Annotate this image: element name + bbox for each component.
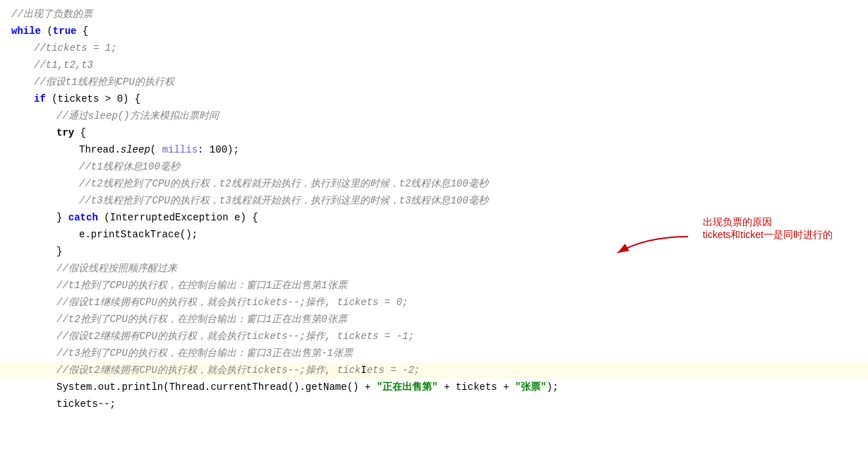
code-line: //t2线程抢到了CPU的执行权，t2线程就开始执行，执行到这里的时候，t2线程…: [0, 175, 868, 192]
code-line: System.out.println(Thread.currentThread(…: [0, 379, 868, 396]
code-line: //假设t1继续拥有CPU的执行权，就会执行tickets--;操作, tick…: [0, 294, 868, 311]
code-line: //t1抢到了CPU的执行权，在控制台输出：窗口1正在出售第1张票: [0, 277, 868, 294]
code-line: if (tickets > 0) {: [0, 90, 868, 107]
code-line: }: [0, 243, 868, 260]
code-line: //出现了负数的票: [0, 6, 868, 23]
code-line: Thread.sleep( millis: 100);: [0, 141, 868, 158]
code-line: //t1线程休息100毫秒: [0, 158, 868, 175]
annotation-line1: 出现负票的原因: [703, 216, 772, 229]
code-lines: //出现了负数的票while (true {//tickets = 1;//t1…: [0, 6, 868, 413]
code-line: //t2抢到了CPU的执行权，在控制台输出：窗口1正在出售第0张票: [0, 311, 868, 328]
code-line: //t3线程抢到了CPU的执行权，t3线程就开始执行，执行到这里的时候，t3线程…: [0, 192, 868, 209]
code-line: //通过sleep()方法来模拟出票时间: [0, 107, 868, 124]
code-line: //假设t1线程抢到CPU的执行权: [0, 73, 868, 90]
code-line: //假设线程按照顺序醒过来: [0, 260, 868, 277]
code-line: while (true {: [0, 23, 868, 40]
code-line: tickets--;: [0, 396, 868, 413]
code-line: //假设t2继续拥有CPU的执行权，就会执行tickets--;操作, tick…: [0, 362, 868, 379]
code-line: //t3抢到了CPU的执行权，在控制台输出：窗口3正在出售第-1张票: [0, 345, 868, 362]
code-container: //出现了负数的票while (true {//tickets = 1;//t1…: [0, 0, 868, 418]
code-line: //t1,t2,t3: [0, 57, 868, 73]
code-line: //假设t2继续拥有CPU的执行权，就会执行tickets--;操作, tick…: [0, 328, 868, 345]
code-line: //tickets = 1;: [0, 40, 868, 57]
code-line: try {: [0, 124, 868, 141]
annotation-box: 出现负票的原因 tickets和ticket一是同时进行的: [703, 216, 833, 242]
annotation-line2: tickets和ticket一是同时进行的: [703, 229, 833, 242]
arrow-svg: [610, 233, 695, 261]
